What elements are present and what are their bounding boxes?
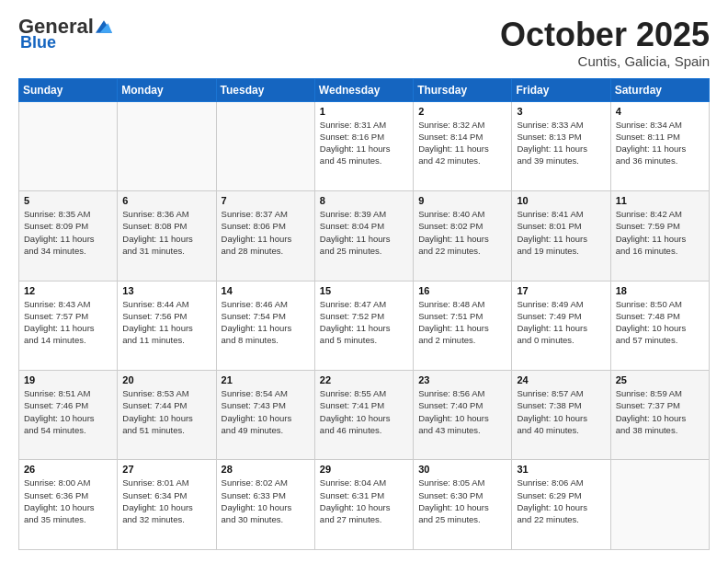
calendar-cell: 1Sunrise: 8:31 AM Sunset: 8:16 PM Daylig…: [314, 101, 413, 190]
day-info: Sunrise: 8:34 AM Sunset: 8:11 PM Dayligh…: [616, 119, 704, 167]
day-number: 8: [320, 195, 408, 206]
calendar-week-4: 19Sunrise: 8:51 AM Sunset: 7:46 PM Dayli…: [19, 371, 710, 460]
calendar-cell: 17Sunrise: 8:49 AM Sunset: 7:49 PM Dayli…: [512, 281, 610, 370]
calendar-cell: 30Sunrise: 8:05 AM Sunset: 6:30 PM Dayli…: [414, 460, 512, 550]
day-number: 18: [616, 285, 704, 296]
day-info: Sunrise: 8:05 AM Sunset: 6:30 PM Dayligh…: [418, 477, 506, 525]
day-number: 31: [517, 464, 605, 475]
day-number: 17: [517, 285, 605, 296]
day-number: 25: [616, 374, 704, 385]
calendar-table: SundayMondayTuesdayWednesdayThursdayFrid…: [18, 78, 710, 550]
calendar-cell: 22Sunrise: 8:55 AM Sunset: 7:41 PM Dayli…: [314, 371, 413, 460]
day-number: 11: [616, 195, 704, 206]
weekday-header-thursday: Thursday: [414, 78, 512, 101]
day-number: 9: [418, 195, 506, 206]
day-info: Sunrise: 8:32 AM Sunset: 8:14 PM Dayligh…: [418, 119, 506, 167]
calendar-cell: 21Sunrise: 8:54 AM Sunset: 7:43 PM Dayli…: [216, 371, 314, 460]
calendar-header-row: SundayMondayTuesdayWednesdayThursdayFrid…: [19, 78, 710, 101]
day-number: 21: [222, 374, 310, 385]
main-title: October 2025: [500, 17, 710, 53]
day-number: 7: [222, 195, 310, 206]
day-number: 30: [418, 464, 506, 475]
day-info: Sunrise: 8:55 AM Sunset: 7:41 PM Dayligh…: [320, 387, 408, 436]
subtitle: Cuntis, Galicia, Spain: [500, 53, 710, 69]
calendar-cell: 26Sunrise: 8:00 AM Sunset: 6:36 PM Dayli…: [19, 460, 118, 550]
day-info: Sunrise: 8:36 AM Sunset: 8:08 PM Dayligh…: [122, 208, 210, 257]
calendar-cell: 4Sunrise: 8:34 AM Sunset: 8:11 PM Daylig…: [610, 101, 709, 190]
day-info: Sunrise: 8:46 AM Sunset: 7:54 PM Dayligh…: [222, 298, 310, 347]
day-number: 16: [418, 285, 506, 296]
day-number: 27: [122, 464, 210, 475]
day-number: 26: [24, 464, 112, 475]
page: General Blue October 2025 Cuntis, Galici…: [0, 0, 728, 563]
calendar-cell: 7Sunrise: 8:37 AM Sunset: 8:06 PM Daylig…: [216, 191, 314, 281]
calendar-cell: 12Sunrise: 8:43 AM Sunset: 7:57 PM Dayli…: [19, 281, 118, 370]
day-number: 6: [122, 195, 210, 206]
weekday-header-monday: Monday: [118, 78, 216, 101]
logo-icon: [96, 18, 112, 35]
day-number: 2: [418, 106, 506, 117]
calendar-cell: 18Sunrise: 8:50 AM Sunset: 7:48 PM Dayli…: [610, 281, 709, 370]
logo: General Blue: [18, 17, 112, 52]
calendar-cell: 15Sunrise: 8:47 AM Sunset: 7:52 PM Dayli…: [314, 281, 413, 370]
calendar-week-5: 26Sunrise: 8:00 AM Sunset: 6:36 PM Dayli…: [19, 460, 710, 550]
calendar-cell: 27Sunrise: 8:01 AM Sunset: 6:34 PM Dayli…: [118, 460, 216, 550]
calendar-cell: 19Sunrise: 8:51 AM Sunset: 7:46 PM Dayli…: [19, 371, 118, 460]
day-info: Sunrise: 8:48 AM Sunset: 7:51 PM Dayligh…: [418, 298, 506, 347]
title-block: October 2025 Cuntis, Galicia, Spain: [500, 17, 710, 69]
day-info: Sunrise: 8:31 AM Sunset: 8:16 PM Dayligh…: [320, 119, 408, 167]
calendar-cell: 10Sunrise: 8:41 AM Sunset: 8:01 PM Dayli…: [512, 191, 610, 281]
weekday-header-friday: Friday: [512, 78, 610, 101]
weekday-header-saturday: Saturday: [610, 78, 709, 101]
calendar-cell: 14Sunrise: 8:46 AM Sunset: 7:54 PM Dayli…: [216, 281, 314, 370]
day-info: Sunrise: 8:41 AM Sunset: 8:01 PM Dayligh…: [517, 208, 605, 257]
day-info: Sunrise: 8:04 AM Sunset: 6:31 PM Dayligh…: [320, 477, 408, 525]
day-number: 22: [320, 374, 408, 385]
day-info: Sunrise: 8:02 AM Sunset: 6:33 PM Dayligh…: [222, 477, 310, 525]
day-number: 24: [517, 374, 605, 385]
day-info: Sunrise: 8:00 AM Sunset: 6:36 PM Dayligh…: [24, 477, 112, 525]
calendar-cell: 3Sunrise: 8:33 AM Sunset: 8:13 PM Daylig…: [512, 101, 610, 190]
day-number: 23: [418, 374, 506, 385]
day-number: 29: [320, 464, 408, 475]
calendar-cell: 16Sunrise: 8:48 AM Sunset: 7:51 PM Dayli…: [414, 281, 512, 370]
day-number: 19: [24, 374, 112, 385]
calendar-cell: 5Sunrise: 8:35 AM Sunset: 8:09 PM Daylig…: [19, 191, 118, 281]
day-info: Sunrise: 8:44 AM Sunset: 7:56 PM Dayligh…: [122, 298, 210, 347]
day-info: Sunrise: 8:01 AM Sunset: 6:34 PM Dayligh…: [122, 477, 210, 525]
day-info: Sunrise: 8:35 AM Sunset: 8:09 PM Dayligh…: [24, 208, 112, 257]
calendar-cell: 31Sunrise: 8:06 AM Sunset: 6:29 PM Dayli…: [512, 460, 610, 550]
day-number: 1: [320, 106, 408, 117]
calendar-cell: 9Sunrise: 8:40 AM Sunset: 8:02 PM Daylig…: [414, 191, 512, 281]
day-number: 5: [24, 195, 112, 206]
day-info: Sunrise: 8:54 AM Sunset: 7:43 PM Dayligh…: [222, 387, 310, 436]
day-info: Sunrise: 8:43 AM Sunset: 7:57 PM Dayligh…: [24, 298, 112, 347]
calendar-week-1: 1Sunrise: 8:31 AM Sunset: 8:16 PM Daylig…: [19, 101, 710, 190]
day-info: Sunrise: 8:47 AM Sunset: 7:52 PM Dayligh…: [320, 298, 408, 347]
day-info: Sunrise: 8:59 AM Sunset: 7:37 PM Dayligh…: [616, 387, 704, 436]
day-info: Sunrise: 8:40 AM Sunset: 8:02 PM Dayligh…: [418, 208, 506, 257]
day-number: 20: [122, 374, 210, 385]
logo-blue-text: Blue: [20, 33, 56, 52]
day-info: Sunrise: 8:57 AM Sunset: 7:38 PM Dayligh…: [517, 387, 605, 436]
calendar-week-2: 5Sunrise: 8:35 AM Sunset: 8:09 PM Daylig…: [19, 191, 710, 281]
day-info: Sunrise: 8:49 AM Sunset: 7:49 PM Dayligh…: [517, 298, 605, 347]
calendar-cell: 29Sunrise: 8:04 AM Sunset: 6:31 PM Dayli…: [314, 460, 413, 550]
calendar-cell: [118, 101, 216, 190]
calendar-cell: 25Sunrise: 8:59 AM Sunset: 7:37 PM Dayli…: [610, 371, 709, 460]
day-number: 4: [616, 106, 704, 117]
calendar-cell: 6Sunrise: 8:36 AM Sunset: 8:08 PM Daylig…: [118, 191, 216, 281]
calendar-cell: 8Sunrise: 8:39 AM Sunset: 8:04 PM Daylig…: [314, 191, 413, 281]
day-number: 28: [222, 464, 310, 475]
calendar-cell: [216, 101, 314, 190]
calendar-cell: 2Sunrise: 8:32 AM Sunset: 8:14 PM Daylig…: [414, 101, 512, 190]
day-info: Sunrise: 8:39 AM Sunset: 8:04 PM Dayligh…: [320, 208, 408, 257]
day-number: 10: [517, 195, 605, 206]
day-info: Sunrise: 8:42 AM Sunset: 7:59 PM Dayligh…: [616, 208, 704, 257]
calendar-cell: 28Sunrise: 8:02 AM Sunset: 6:33 PM Dayli…: [216, 460, 314, 550]
calendar-week-3: 12Sunrise: 8:43 AM Sunset: 7:57 PM Dayli…: [19, 281, 710, 370]
calendar-cell: 13Sunrise: 8:44 AM Sunset: 7:56 PM Dayli…: [118, 281, 216, 370]
day-info: Sunrise: 8:33 AM Sunset: 8:13 PM Dayligh…: [517, 119, 605, 167]
day-info: Sunrise: 8:51 AM Sunset: 7:46 PM Dayligh…: [24, 387, 112, 436]
day-info: Sunrise: 8:06 AM Sunset: 6:29 PM Dayligh…: [517, 477, 605, 525]
